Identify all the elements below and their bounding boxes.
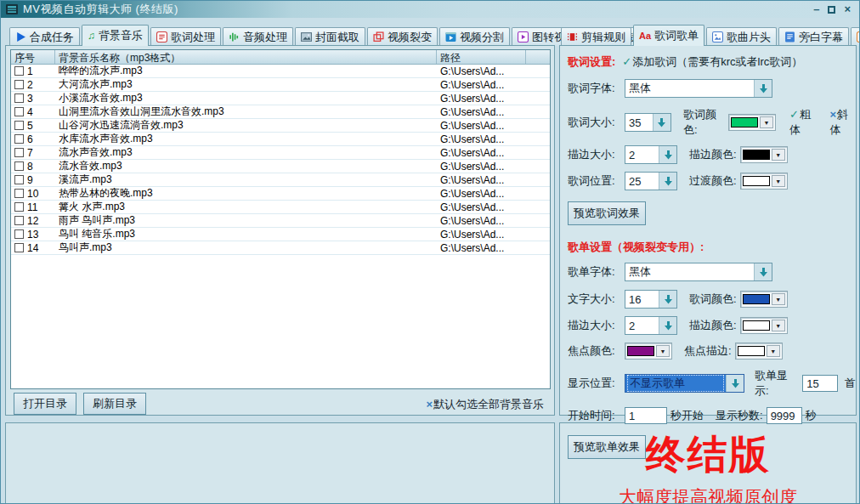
row-checkbox[interactable] — [14, 80, 24, 89]
row-checkbox[interactable] — [14, 148, 24, 157]
row-checkbox[interactable] — [14, 107, 24, 116]
table-row[interactable]: 4 山洞里流水音效山洞里流水音效.mp3 G:\Users\Ad... — [11, 105, 550, 119]
row-number: 1 — [27, 65, 33, 77]
row-checkbox[interactable] — [14, 66, 24, 76]
lyric-stroke-color-picker[interactable]: ▼ — [740, 146, 788, 163]
dropdown-arrow-icon[interactable]: ▼ — [772, 175, 785, 187]
table-row[interactable]: 14 鸟叫声.mp3 G:\Users\Ad... — [11, 241, 550, 255]
dropdown-arrow-icon[interactable]: ▼ — [772, 149, 785, 161]
row-checkbox[interactable] — [14, 93, 24, 103]
lyric-font-select[interactable]: 黑体 — [625, 79, 772, 98]
lyric-position-spinner[interactable]: 25 — [625, 172, 677, 190]
table-row[interactable]: 1 哗哗的流水声.mp3 G:\Users\Ad... — [11, 65, 550, 78]
focus-stroke-label: 焦点描边: — [684, 343, 732, 359]
dropdown-arrow-icon[interactable] — [754, 263, 772, 280]
tab-lyric-playlist[interactable]: Aa 歌词歌单 — [633, 25, 704, 46]
row-checkbox[interactable] — [14, 189, 24, 198]
table-row[interactable]: 8 流水音效.mp3 G:\Users\Ad... — [11, 160, 550, 173]
row-checkbox[interactable] — [14, 121, 24, 130]
spinner-down-arrow-icon[interactable] — [659, 146, 676, 163]
tab-lyric-processing[interactable]: 歌词处理 — [150, 27, 221, 46]
spinner-down-arrow-icon[interactable] — [659, 317, 676, 334]
row-name: 鸟叫 纯音乐.mp3 — [55, 228, 437, 241]
row-checkbox[interactable] — [14, 134, 24, 144]
dropdown-arrow-icon[interactable]: ▼ — [772, 293, 785, 305]
focus-color-picker[interactable]: ▼ — [625, 343, 672, 360]
playlist-stroke-size-label: 描边大小: — [568, 318, 625, 333]
dropdown-arrow-icon[interactable]: ▼ — [760, 116, 773, 128]
playlist-stroke-color-picker[interactable]: ▼ — [740, 317, 788, 334]
tab-compose-task[interactable]: 合成任务 — [9, 27, 80, 46]
minimize-button[interactable]: – — [813, 3, 819, 15]
table-row[interactable]: 6 水库流水声音效.mp3 G:\Users\Ad... — [11, 133, 550, 146]
row-checkbox[interactable] — [14, 216, 24, 225]
row-checkbox[interactable] — [14, 175, 24, 184]
lyric-size-spinner[interactable]: 35 — [625, 113, 671, 132]
table-row[interactable]: 12 雨声 鸟叫声.mp3 G:\Users\Ad... — [11, 214, 550, 228]
dropdown-arrow-icon[interactable]: ▼ — [656, 345, 670, 357]
row-number: 10 — [27, 188, 38, 200]
bold-toggle[interactable]: ✓粗体 — [789, 107, 818, 138]
preview-lyrics-button[interactable]: 预览歌词效果 — [568, 201, 646, 225]
lyric-stroke-size-spinner[interactable]: 2 — [625, 145, 677, 164]
column-header-path[interactable]: 路径 — [437, 50, 526, 64]
table-row[interactable]: 7 流水声音效.mp3 G:\Users\Ad... — [11, 146, 550, 160]
table-row[interactable]: 3 小溪流水音效.mp3 G:\Users\Ad... — [11, 92, 550, 105]
playlist-color-picker[interactable]: ▼ — [740, 291, 788, 308]
playlist-font-select[interactable]: 黑体 — [625, 263, 772, 281]
tab-edit-rules[interactable]: 剪辑规则 — [561, 27, 631, 46]
refresh-directory-button[interactable]: 刷新目录 — [83, 393, 146, 415]
lyric-fade-color-picker[interactable]: ▼ — [740, 173, 788, 190]
display-position-select[interactable]: 不显示歌单 — [625, 374, 744, 393]
table-row[interactable]: 5 山谷河水迅速流淌音效.mp3 G:\Users\Ad... — [11, 119, 550, 133]
preview-playlist-button[interactable]: 预览歌单效果 — [568, 435, 646, 459]
playlist-size-spinner[interactable]: 16 — [625, 290, 677, 309]
open-directory-button[interactable]: 打开目录 — [14, 393, 76, 415]
table-row[interactable]: 13 鸟叫 纯音乐.mp3 G:\Users\Ad... — [11, 228, 550, 241]
display-seconds-input[interactable]: 9999 — [767, 407, 802, 424]
column-header-name[interactable]: 背景音乐名称（mp3格式） — [55, 50, 437, 64]
tab-narration-subtitle[interactable]: 旁白字幕 — [778, 27, 849, 46]
table-row[interactable]: 9 溪流声.mp3 G:\Users\Ad... — [11, 173, 550, 187]
tab-background-music[interactable]: ♫ 背景音乐 — [82, 25, 149, 46]
row-path: G:\Users\Ad... — [437, 92, 526, 105]
video-play-icon — [445, 31, 456, 42]
tab-export-title[interactable]: 导出标题 — [851, 27, 860, 46]
table-row[interactable]: 11 篝火 水声.mp3 G:\Users\Ad... — [11, 201, 550, 214]
spinner-down-arrow-icon[interactable] — [659, 173, 676, 190]
tab-cover-capture[interactable]: 封面截取 — [295, 27, 365, 46]
image-icon — [301, 31, 312, 42]
focus-stroke-picker[interactable]: ▼ — [735, 343, 783, 360]
spinner-down-arrow-icon[interactable] — [653, 114, 670, 131]
dropdown-arrow-icon[interactable] — [754, 80, 772, 97]
table-row[interactable]: 2 大河流水声.mp3 G:\Users\Ad... — [11, 78, 550, 92]
italic-toggle[interactable]: ×斜体 — [829, 107, 856, 138]
tab-video-fission[interactable]: 视频裂变 — [367, 27, 438, 46]
tab-video-split[interactable]: 视频分割 — [439, 27, 510, 46]
table-row[interactable]: 10 热带丛林的夜晚.mp3 G:\Users\Ad... — [11, 187, 550, 201]
tab-audio-processing[interactable]: 音频处理 — [223, 27, 293, 46]
playlist-count-input[interactable]: 15 — [802, 375, 838, 392]
lyric-color-picker[interactable]: ▼ — [728, 114, 776, 131]
close-button[interactable]: × — [844, 3, 851, 15]
playlist-count-unit: 首 — [845, 376, 856, 391]
color-swatch — [743, 320, 770, 331]
row-name: 山洞里流水音效山洞里流水音效.mp3 — [55, 105, 437, 118]
row-checkbox[interactable] — [14, 202, 24, 212]
row-checkbox[interactable] — [14, 243, 24, 252]
spinner-down-arrow-icon[interactable] — [659, 291, 676, 308]
playlist-stroke-size-spinner[interactable]: 2 — [625, 316, 677, 335]
maximize-button[interactable] — [828, 6, 835, 14]
add-lyrics-checkbox[interactable]: ✓添加歌词（需要有krc或者lrc歌词） — [622, 54, 802, 70]
row-checkbox[interactable] — [14, 161, 24, 171]
dropdown-arrow-icon[interactable]: ▼ — [772, 320, 785, 331]
tab-song-intro[interactable]: 歌曲片头 — [706, 27, 777, 46]
play-icon — [15, 31, 26, 42]
column-header-num[interactable]: 序号 — [11, 50, 55, 64]
row-checkbox[interactable] — [14, 229, 24, 239]
display-seconds-label: 显示秒数: — [716, 408, 763, 423]
row-number: 12 — [27, 215, 38, 227]
dropdown-arrow-icon[interactable]: ▼ — [767, 345, 780, 357]
start-time-input[interactable]: 1 — [625, 407, 667, 424]
dropdown-arrow-icon[interactable] — [726, 375, 744, 392]
